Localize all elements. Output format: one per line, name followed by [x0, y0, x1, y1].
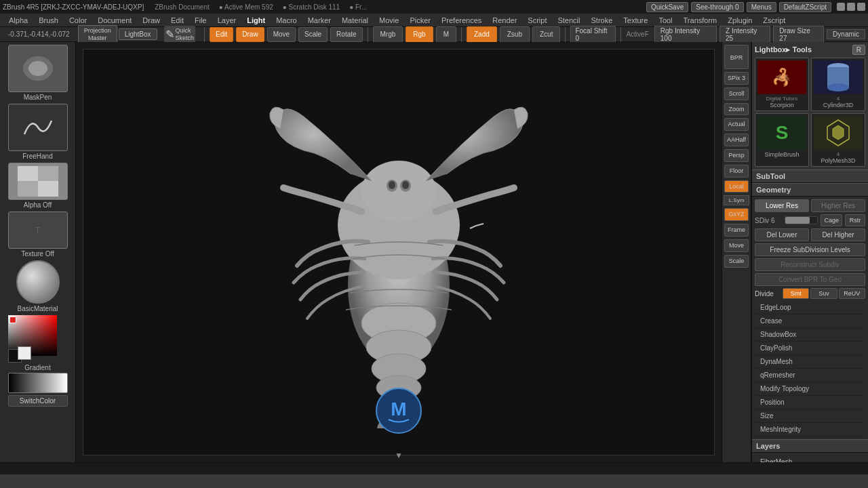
mesh-integrity-button[interactable]: MeshIntegrity — [755, 423, 865, 436]
alpha-box[interactable] — [8, 163, 68, 200]
rgb-intensity-display[interactable]: Rgb Intensity 100 — [654, 26, 717, 43]
maximize-button[interactable] — [847, 3, 855, 11]
close-button[interactable] — [857, 3, 865, 11]
menu-script[interactable]: Script — [523, 15, 551, 26]
persp-button[interactable]: Persp — [724, 149, 749, 162]
gradient-box[interactable] — [8, 373, 68, 393]
zcut-button[interactable]: Zcut — [532, 26, 560, 43]
focal-shift-display[interactable]: Focal Shift 0 — [570, 26, 616, 43]
menu-color[interactable]: Color — [64, 15, 92, 26]
crease-button[interactable]: Crease — [755, 314, 865, 328]
menu-alpha[interactable]: Alpha — [4, 15, 33, 26]
move-button[interactable]: Move — [267, 27, 296, 42]
local-button[interactable]: Local — [724, 180, 749, 193]
menu-marker[interactable]: Marker — [303, 15, 336, 26]
menu-file[interactable]: File — [190, 15, 212, 26]
del-higher-button[interactable]: Del Higher — [811, 228, 865, 241]
rotate-button[interactable]: Rotate — [330, 27, 362, 42]
draw-size-display[interactable]: Draw Size 27 — [773, 26, 824, 43]
menu-document[interactable]: Document — [93, 15, 136, 26]
higher-res-button[interactable]: Higher Res — [811, 199, 865, 212]
lb-item-simplebrush[interactable]: S SimpleBrush — [755, 113, 809, 167]
sdiv-slider[interactable] — [785, 216, 818, 224]
lb-item-scorpion[interactable]: 🦂 Digital Tutors Scorpion — [755, 58, 809, 111]
canvas-area[interactable]: M ▼ — [76, 42, 722, 462]
zsub-button[interactable]: Zsub — [500, 26, 530, 43]
canvas-inner[interactable]: M — [83, 49, 715, 455]
menu-layer[interactable]: Layer — [213, 15, 241, 26]
gxyz-button[interactable]: GxYZ — [724, 208, 749, 221]
edgeloop-button[interactable]: EdgeLoop — [755, 301, 865, 314]
material-ball[interactable] — [16, 260, 60, 304]
lb-item-polymesh[interactable]: 4 PolyMesh3D — [811, 113, 865, 167]
convert-bpr-to-geo-button[interactable]: Convert BPR To Geo — [755, 273, 865, 286]
shadowbox-button[interactable]: ShadowBox — [755, 328, 865, 342]
lb-item-cylinder3d[interactable]: 4 Cylinder3D — [811, 58, 865, 111]
size-button[interactable]: Size — [755, 409, 865, 423]
menu-texture[interactable]: Texture — [618, 15, 652, 26]
default-zscript-button[interactable]: DefaultZScript — [779, 2, 831, 12]
scale-mini-button[interactable]: Scale — [724, 255, 749, 268]
frame-button[interactable]: Frame — [724, 224, 749, 237]
fiber-mesh-button[interactable]: FiberMesh — [755, 455, 865, 462]
lsym-button[interactable]: L.Sym — [724, 195, 749, 205]
menu-transform[interactable]: Transform — [679, 15, 722, 26]
zoom-button[interactable]: Zoom — [724, 103, 749, 116]
draw-button[interactable]: Draw — [236, 27, 264, 42]
brush-icon-freehand[interactable] — [8, 104, 68, 151]
minimize-button[interactable] — [837, 3, 845, 11]
freeze-subdiv-button[interactable]: Freeze SubDivision Levels — [755, 243, 865, 256]
mrgb-button[interactable]: Mrgb — [373, 26, 403, 43]
del-lower-button[interactable]: Del Lower — [755, 228, 809, 241]
claypolish-button[interactable]: ClayPolish — [755, 342, 865, 355]
floor-button[interactable]: Floor — [724, 165, 749, 178]
dynamesh-button[interactable]: DynaMesh — [755, 355, 865, 369]
lightbox-button[interactable]: LightBox — [119, 28, 157, 40]
menu-picker[interactable]: Picker — [405, 15, 435, 26]
switch-color-button[interactable]: SwitchColor — [8, 395, 68, 407]
menu-stroke[interactable]: Stroke — [587, 15, 618, 26]
projection-master-button[interactable]: MaskPen Projection Master — [78, 25, 117, 44]
zadd-button[interactable]: Zadd — [467, 26, 497, 43]
menu-preferences[interactable]: Preferences — [437, 15, 486, 26]
see-through-button[interactable]: See-through 0 — [691, 2, 743, 12]
dynamic-display[interactable]: Dynamic — [827, 29, 865, 39]
menu-stencil[interactable]: Stencil — [553, 15, 585, 26]
rgb-button[interactable]: Rgb — [406, 26, 433, 43]
z-intensity-display[interactable]: Z Intensity 25 — [719, 26, 770, 43]
rstr-button[interactable]: Rstr — [845, 214, 865, 226]
scroll-button[interactable]: Scroll — [724, 87, 749, 100]
quicksave-button[interactable]: QuickSave — [646, 2, 688, 12]
scale-button[interactable]: Scale — [298, 27, 328, 42]
brush-icon-maskpen[interactable] — [8, 45, 68, 92]
suv-tab[interactable]: Suv — [810, 288, 837, 299]
edit-button[interactable]: Edit — [210, 27, 233, 42]
menu-brush[interactable]: Brush — [34, 15, 63, 26]
menu-render[interactable]: Render — [488, 15, 521, 26]
spix-button[interactable]: SPix 3 — [724, 72, 749, 85]
menu-light[interactable]: Light — [242, 15, 270, 26]
menu-draw[interactable]: Draw — [138, 15, 165, 26]
lower-res-button[interactable]: Lower Res — [755, 199, 809, 212]
smt-tab[interactable]: Smt — [783, 288, 809, 299]
geometry-header[interactable]: Geometry — [752, 183, 868, 197]
actual-button[interactable]: Actual — [724, 118, 749, 131]
menu-edit[interactable]: Edit — [166, 15, 189, 26]
color-picker[interactable] — [8, 315, 68, 363]
menu-macro[interactable]: Macro — [271, 15, 302, 26]
move-mini-button[interactable]: Move — [724, 239, 749, 252]
menu-movie[interactable]: Movie — [374, 15, 403, 26]
modify-topology-button[interactable]: Modify Topology — [755, 382, 865, 396]
r-button[interactable]: R — [852, 45, 865, 55]
texture-box[interactable]: T — [8, 211, 68, 249]
menu-material[interactable]: Material — [337, 15, 373, 26]
bottom-arrow[interactable]: ▼ — [395, 451, 403, 460]
reuv-tab[interactable]: ReUV — [839, 288, 865, 299]
position-button[interactable]: Position — [755, 396, 865, 409]
menus-button[interactable]: Menus — [747, 2, 776, 12]
layers-header[interactable]: Layers — [752, 439, 868, 453]
menu-zplugin[interactable]: Zplugin — [723, 15, 757, 26]
subtool-header[interactable]: SubTool — [752, 169, 868, 183]
menu-tool[interactable]: Tool — [654, 15, 677, 26]
title-bar-right[interactable]: QuickSave See-through 0 Menus DefaultZSc… — [646, 2, 865, 12]
